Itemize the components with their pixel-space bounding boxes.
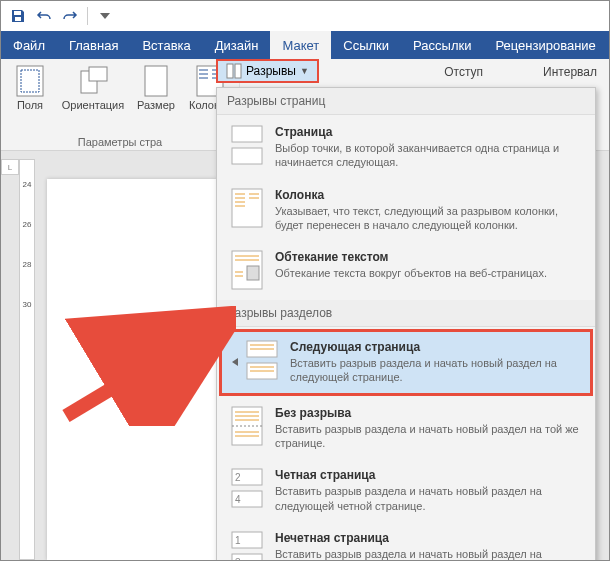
menu-item-title: Страница	[275, 125, 583, 139]
tab-insert[interactable]: Вставка	[130, 31, 202, 59]
menu-item-title: Колонка	[275, 188, 583, 202]
svg-text:2: 2	[235, 472, 241, 483]
svg-text:4: 4	[235, 494, 241, 505]
odd-page-section-icon: 13	[229, 531, 265, 561]
svg-rect-14	[232, 126, 262, 142]
tab-design[interactable]: Дизайн	[203, 31, 271, 59]
document-page[interactable]	[47, 179, 217, 560]
tab-review[interactable]: Рецензирование	[483, 31, 607, 59]
menu-item-title: Следующая страница	[290, 340, 580, 354]
orientation-label: Ориентация	[62, 99, 124, 111]
text-wrapping-icon	[229, 250, 265, 290]
svg-rect-12	[227, 64, 233, 78]
menu-item-desc: Выбор точки, в которой заканчивается одн…	[275, 141, 583, 170]
menu-item-continuous[interactable]: Без разрыва Вставить разрыв раздела и на…	[219, 398, 593, 459]
menu-item-desc: Вставить разрыв раздела и начать новый р…	[290, 356, 580, 385]
menu-item-next-page[interactable]: Следующая страница Вставить разрыв разде…	[219, 329, 593, 396]
next-page-section-icon	[244, 340, 280, 380]
orientation-button[interactable]: Ориентация	[59, 63, 127, 132]
svg-text:1: 1	[235, 535, 241, 546]
svg-rect-16	[232, 189, 262, 227]
svg-rect-13	[235, 64, 241, 78]
menu-item-desc: Вставить разрыв раздела и начать новый р…	[275, 547, 583, 561]
menu-item-desc: Вставить разрыв раздела и начать новый р…	[275, 422, 583, 451]
menu-item-title: Обтекание текстом	[275, 250, 583, 264]
margins-button[interactable]: Поля	[5, 63, 55, 132]
menu-item-desc: Вставить разрыв раздела и начать новый р…	[275, 484, 583, 513]
breaks-label: Разрывы	[246, 64, 296, 78]
page-break-icon	[229, 125, 265, 165]
menu-item-page[interactable]: Страница Выбор точки, в которой заканчив…	[219, 117, 593, 178]
customize-qat-icon[interactable]	[94, 5, 116, 27]
menu-item-even-page[interactable]: 24 Четная страница Вставить разрыв разде…	[219, 460, 593, 521]
menu-item-column[interactable]: Колонка Указывает, что текст, следующий …	[219, 180, 593, 241]
dropdown-header-section-breaks: Разрывы разделов	[217, 300, 595, 327]
breaks-icon	[226, 63, 242, 79]
orientation-icon	[77, 65, 109, 97]
size-label: Размер	[137, 99, 175, 111]
breaks-dropdown: Разрывы страниц Страница Выбор точки, в …	[216, 87, 596, 561]
tab-file[interactable]: Файл	[1, 31, 57, 59]
size-button[interactable]: Размер	[131, 63, 181, 132]
group-label-page-setup: Параметры стра	[78, 132, 162, 148]
svg-rect-28	[247, 266, 259, 280]
svg-rect-15	[232, 148, 262, 164]
menu-item-text-wrapping[interactable]: Обтекание текстом Обтекание текста вокру…	[219, 242, 593, 298]
margins-icon	[14, 65, 46, 97]
tab-mailings[interactable]: Рассылки	[401, 31, 483, 59]
save-icon[interactable]	[7, 5, 29, 27]
dropdown-header-page-breaks: Разрывы страниц	[217, 88, 595, 115]
ruler-tick: 24	[20, 180, 34, 189]
chevron-down-icon: ▼	[300, 66, 309, 76]
svg-text:3: 3	[235, 557, 241, 561]
size-icon	[140, 65, 172, 97]
ruler-tick: 28	[20, 260, 34, 269]
menu-item-odd-page[interactable]: 13 Нечетная страница Вставить разрыв раз…	[219, 523, 593, 561]
column-break-icon	[229, 188, 265, 228]
ribbon-tabs: Файл Главная Вставка Дизайн Макет Ссылки…	[1, 31, 609, 59]
even-page-section-icon: 24	[229, 468, 265, 508]
ruler-tick: 26	[20, 220, 34, 229]
svg-rect-3	[89, 67, 107, 81]
quick-access-toolbar	[1, 1, 609, 31]
continuous-section-icon	[229, 406, 265, 446]
menu-item-desc: Указывает, что текст, следующий за разры…	[275, 204, 583, 233]
selection-indicator-icon	[232, 358, 238, 366]
menu-item-title: Нечетная страница	[275, 531, 583, 545]
ruler-tick: 30	[20, 300, 34, 309]
menu-item-title: Четная страница	[275, 468, 583, 482]
undo-icon[interactable]	[33, 5, 55, 27]
tab-layout[interactable]: Макет	[270, 31, 331, 59]
vertical-ruler[interactable]: 24 26 28 30	[19, 159, 35, 560]
tab-references[interactable]: Ссылки	[331, 31, 401, 59]
svg-rect-4	[145, 66, 167, 96]
menu-item-desc: Обтекание текста вокруг объектов на веб-…	[275, 266, 583, 280]
breaks-button[interactable]: Разрывы ▼	[216, 59, 319, 83]
redo-icon[interactable]	[59, 5, 81, 27]
menu-item-title: Без разрыва	[275, 406, 583, 420]
group-page-setup: Поля Ориентация Размер Колонки	[1, 59, 240, 150]
separator	[87, 7, 88, 25]
margins-label: Поля	[17, 99, 43, 111]
tab-home[interactable]: Главная	[57, 31, 130, 59]
ruler-corner: L	[1, 159, 19, 175]
